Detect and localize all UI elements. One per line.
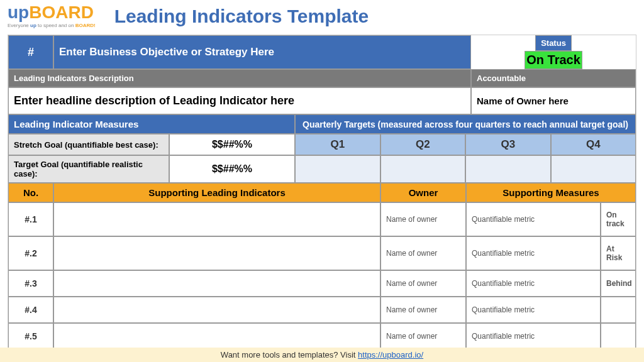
- page-header: upBOARD Everyone up to speed and on BOAR…: [0, 0, 644, 35]
- row-no: #.2: [8, 236, 53, 270]
- footer-text: Want more tools and templates? Visit: [221, 350, 358, 359]
- stretch-goal-value[interactable]: $$##%%: [169, 134, 295, 155]
- page-title: Leading Indicators Template: [114, 6, 369, 27]
- q3-target[interactable]: [465, 155, 551, 183]
- status-block: Status On Track: [471, 35, 636, 69]
- logo-main: upBOARD: [8, 4, 96, 21]
- q2-header: Q2: [380, 134, 466, 155]
- template-grid: # Enter Business Objective or Strategy H…: [8, 35, 636, 350]
- row-status-badge: [601, 297, 636, 323]
- row-sli[interactable]: [53, 270, 380, 297]
- row-sli[interactable]: [53, 236, 380, 270]
- status-label: Status: [535, 35, 572, 51]
- quarterly-targets-label: Quarterly Targets (measured across four …: [295, 114, 636, 134]
- row-status-badge: Behind: [601, 270, 636, 297]
- row-no: #.1: [8, 202, 53, 236]
- q3-header: Q3: [465, 134, 551, 155]
- stretch-goal-label: Stretch Goal (quantifiable best case):: [8, 134, 169, 155]
- accountable-label: Accountable: [471, 69, 636, 87]
- q4-header: Q4: [551, 134, 636, 155]
- row-owner[interactable]: Name of owner: [380, 270, 466, 297]
- row-status-badge: At Risk: [601, 236, 636, 270]
- q4-target[interactable]: [551, 155, 636, 183]
- row-no: #.5: [8, 323, 53, 349]
- row-metric[interactable]: Quantifiable metric: [466, 236, 601, 270]
- desc-headline[interactable]: Enter headline description of Leading In…: [8, 87, 471, 114]
- table-row: #.1Name of ownerQuantifiable metricOn tr…: [8, 202, 636, 236]
- logo-tagline: Everyone up to speed and on BOARD!: [8, 23, 96, 28]
- row-metric[interactable]: Quantifiable metric: [466, 323, 601, 349]
- row-owner[interactable]: Name of owner: [380, 297, 466, 323]
- footer-link[interactable]: https://upboard.io/: [358, 350, 423, 359]
- row-status-badge: [601, 323, 636, 349]
- q2-target[interactable]: [380, 155, 466, 183]
- status-value: On Track: [525, 51, 582, 69]
- row-no: #.3: [8, 270, 53, 297]
- footer: Want more tools and templates? Visit htt…: [0, 348, 644, 362]
- table-row: #.4Name of ownerQuantifiable metric: [8, 297, 636, 323]
- row-owner[interactable]: Name of owner: [380, 236, 466, 270]
- q1-header: Q1: [295, 134, 380, 155]
- logo: upBOARD Everyone up to speed and on BOAR…: [8, 4, 96, 28]
- header-objective[interactable]: Enter Business Objective or Strategy Her…: [53, 35, 471, 69]
- table-row: #.5Name of ownerQuantifiable metric: [8, 323, 636, 349]
- q1-target[interactable]: [295, 155, 380, 183]
- row-no: #.4: [8, 297, 53, 323]
- row-sli[interactable]: [53, 202, 380, 236]
- table-row: #.2Name of ownerQuantifiable metricAt Ri…: [8, 236, 636, 270]
- row-metric[interactable]: Quantifiable metric: [466, 202, 601, 236]
- target-goal-label: Target Goal (quantifiable realistic case…: [8, 155, 169, 183]
- desc-label: Leading Indicators Description: [8, 69, 471, 87]
- accountable-owner[interactable]: Name of Owner here: [471, 87, 636, 114]
- row-metric[interactable]: Quantifiable metric: [466, 297, 601, 323]
- row-sli[interactable]: [53, 323, 380, 349]
- col-owner: Owner: [380, 183, 466, 202]
- row-owner[interactable]: Name of owner: [380, 323, 466, 349]
- col-supporting-measures: Supporting Measures: [466, 183, 636, 202]
- row-metric[interactable]: Quantifiable metric: [466, 270, 601, 297]
- header-number: #: [8, 35, 53, 69]
- col-sli: Supporting Leading Indicators: [53, 183, 380, 202]
- measures-label: Leading Indicator Measures: [8, 114, 295, 134]
- row-owner[interactable]: Name of owner: [380, 202, 466, 236]
- target-goal-value[interactable]: $$##%%: [169, 155, 295, 183]
- row-status-badge: On track: [601, 202, 636, 236]
- col-no: No.: [8, 183, 53, 202]
- table-row: #.3Name of ownerQuantifiable metricBehin…: [8, 270, 636, 297]
- row-sli[interactable]: [53, 297, 380, 323]
